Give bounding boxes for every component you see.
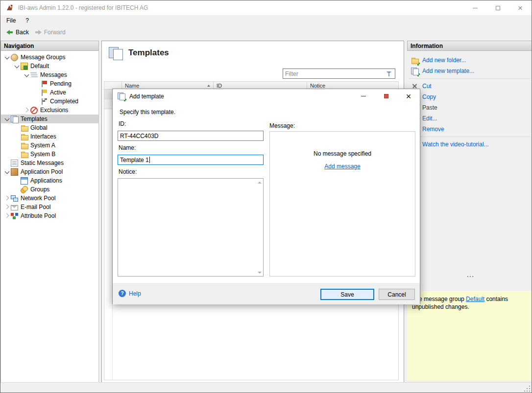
name-value: Template 1 xyxy=(120,157,149,163)
name-input[interactable]: Template 1 xyxy=(118,155,264,165)
chevron-collapsed-icon[interactable] xyxy=(3,203,11,211)
templates-icon xyxy=(11,116,18,123)
tree-item-label: Attribute Pool xyxy=(19,212,57,219)
tree-item-default[interactable]: Default xyxy=(1,62,98,70)
save-button[interactable]: Save xyxy=(320,289,374,300)
column-header-gutter xyxy=(104,82,122,89)
forward-button[interactable]: Forward xyxy=(32,28,69,37)
tree-item-static-messages[interactable]: Static Messages xyxy=(1,159,98,167)
tree-item-interfaces[interactable]: Interfaces xyxy=(1,132,98,141)
templates-page-icon xyxy=(109,47,123,60)
filter-funnel-icon[interactable] xyxy=(386,70,393,77)
default-group-link[interactable]: Default xyxy=(466,296,484,302)
menu-file[interactable]: File xyxy=(1,16,21,25)
tree-item-active[interactable]: Active xyxy=(1,88,98,97)
tree-item-label: Applications xyxy=(29,177,64,184)
tree-item-exclusions[interactable]: Exclusions xyxy=(1,106,98,115)
action-add-new-folder[interactable]: Add new folder... xyxy=(407,55,532,66)
action-label: Copy xyxy=(422,93,436,100)
app-window: IBI-aws Admin 1.22.0 - registered for IB… xyxy=(0,0,532,393)
tree-item-label: Interfaces xyxy=(29,133,58,140)
vertical-scrollbar[interactable] xyxy=(256,179,263,276)
tree-item-label: Active xyxy=(48,89,68,96)
scroll-up-icon[interactable] xyxy=(256,179,263,186)
maximize-icon[interactable] xyxy=(486,0,509,15)
tree-item-system-a[interactable]: System A xyxy=(1,141,98,150)
static-messages-icon xyxy=(11,160,18,167)
chevron-expanded-icon[interactable] xyxy=(3,168,11,176)
dialog-minimize-icon[interactable] xyxy=(352,89,375,103)
action-label: Remove xyxy=(422,126,444,133)
chevron-spacer xyxy=(13,150,21,158)
tree-item-attribute-pool[interactable]: Attribute Pool xyxy=(1,211,98,220)
close-icon[interactable] xyxy=(509,0,532,15)
tree-item-groups[interactable]: Groups xyxy=(1,185,98,194)
tree-item-email-pool[interactable]: E-mail Pool xyxy=(1,203,98,211)
resize-grip-icon[interactable] xyxy=(524,385,530,392)
default-group-icon xyxy=(21,63,28,70)
column-header-notice[interactable]: Notice xyxy=(307,82,398,89)
dialog-subtitle: Specify this template. xyxy=(120,109,175,116)
dialog-maximize-icon[interactable] xyxy=(375,89,397,103)
menu-bar: File ? xyxy=(0,15,532,26)
chevron-expanded-icon[interactable] xyxy=(13,62,21,70)
chevron-collapsed-icon[interactable] xyxy=(3,194,11,202)
action-copy[interactable]: Copy xyxy=(407,92,532,102)
minimize-icon[interactable] xyxy=(464,0,486,15)
tree-item-network-pool[interactable]: Network Pool xyxy=(1,194,98,203)
action-cut[interactable]: Cut xyxy=(407,81,532,92)
filter-input[interactable] xyxy=(283,69,386,78)
tree-item-label: System A xyxy=(29,142,57,149)
tree-item-applications[interactable]: Applications xyxy=(1,176,98,185)
dialog-title: Add template xyxy=(129,93,164,100)
tree-item-templates[interactable]: Templates xyxy=(1,115,98,123)
id-input[interactable] xyxy=(118,131,264,141)
tree-item-system-b[interactable]: System B xyxy=(1,150,98,159)
exclusions-icon xyxy=(30,107,38,114)
tree-item-application-pool[interactable]: Application Pool xyxy=(1,167,98,176)
message-box: No message specified Add message xyxy=(269,131,415,277)
chevron-spacer xyxy=(32,97,40,105)
cancel-button[interactable]: Cancel xyxy=(379,289,415,300)
add-message-link[interactable]: Add message xyxy=(324,163,360,170)
information-header: Information xyxy=(407,41,532,51)
information-box: The message group Default contains unpub… xyxy=(407,291,532,381)
action-remove[interactable]: Remove xyxy=(407,124,532,135)
back-button[interactable]: Back xyxy=(3,28,32,37)
folder-icon xyxy=(21,124,28,132)
column-header-name[interactable]: Name xyxy=(122,82,214,89)
chevron-expanded-icon[interactable] xyxy=(3,115,11,123)
chevron-collapsed-icon[interactable] xyxy=(3,212,11,220)
tree-item-pending[interactable]: Pending xyxy=(1,79,98,88)
column-header-id[interactable]: ID xyxy=(214,82,307,89)
menu-help[interactable]: ? xyxy=(21,16,34,25)
checkered-flag-icon xyxy=(40,98,48,105)
tree-item-global[interactable]: Global xyxy=(1,123,98,132)
tree-item-label: Pending xyxy=(48,80,73,87)
chevron-expanded-icon[interactable] xyxy=(23,71,30,79)
action-edit[interactable]: Edit... xyxy=(407,113,532,124)
tree-item-completed[interactable]: Completed xyxy=(1,97,98,106)
tree-item-label: Network Pool xyxy=(19,195,57,202)
notice-textarea[interactable] xyxy=(118,178,264,277)
help-link[interactable]: Help xyxy=(119,290,141,297)
row-header-cell xyxy=(104,90,112,99)
action-add-new-template[interactable]: Add new template... xyxy=(407,66,532,76)
panel-splitter-grip[interactable] xyxy=(407,274,532,279)
tree-item-label: Default xyxy=(29,63,50,69)
folder-icon xyxy=(21,142,28,149)
scroll-down-icon[interactable] xyxy=(256,269,263,276)
app-icon xyxy=(6,4,14,12)
action-list: Add new folder... Add new template... Cu… xyxy=(407,51,532,150)
action-watch-video-tutorial[interactable]: Watch the video-tutorial... xyxy=(407,139,532,150)
dialog-close-icon[interactable] xyxy=(397,89,420,103)
action-paste[interactable]: Paste xyxy=(407,102,532,113)
help-label: Help xyxy=(129,290,141,297)
chevron-collapsed-icon[interactable] xyxy=(23,106,30,114)
chevron-expanded-icon[interactable] xyxy=(3,53,11,61)
add-template-dialog-icon xyxy=(118,92,125,100)
navigation-tree: Message Groups Default Messages Pending … xyxy=(1,51,98,220)
tree-item-messages[interactable]: Messages xyxy=(1,70,98,79)
tree-item-message-groups[interactable]: Message Groups xyxy=(1,53,98,62)
action-label: Edit... xyxy=(422,115,437,122)
